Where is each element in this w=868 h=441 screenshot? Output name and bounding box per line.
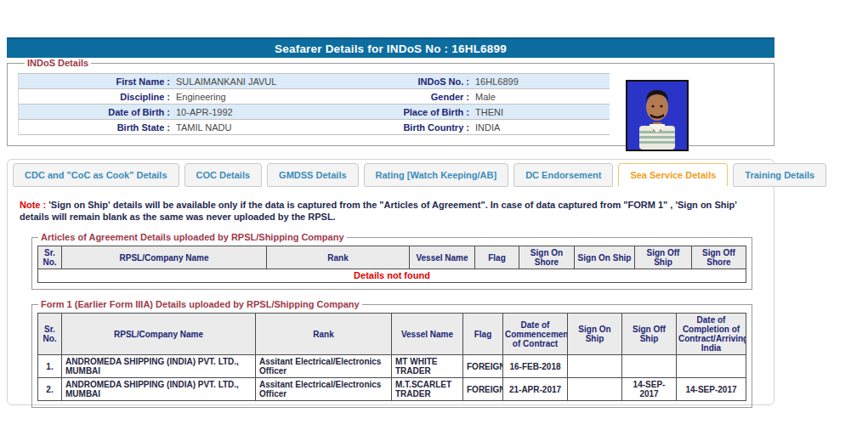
indos-detail-row: Date of Birth :10-APR-1992Place of Birth…: [18, 105, 610, 120]
indos-detail-row: First Name :SULAIMANKANI JAVULINDoS No. …: [18, 74, 610, 89]
tab-rating-watch-keeping-ab[interactable]: Rating [Watch Keeping/AB]: [364, 163, 509, 187]
column-header: RPSL/Company Name: [62, 246, 267, 269]
articles-of-agreement-table: Sr. No.RPSL/Company NameRankVessel NameF…: [37, 246, 746, 283]
field-value: Male: [469, 92, 610, 102]
indos-detail-row: Discipline :EngineeringGender :Male: [18, 89, 610, 105]
table-cell: Assitant Electrical/Electronics Officer: [256, 378, 392, 401]
table-cell: [677, 355, 746, 378]
table-cell: [568, 355, 622, 378]
note-body: 'Sign on Ship' details will be available…: [20, 200, 737, 222]
column-header: Date of Completion of Contract/Arriving …: [677, 314, 746, 355]
column-header: Sign Off Ship: [622, 314, 677, 355]
column-header: Sign On Ship: [568, 314, 622, 355]
tab-panel: CDC and "CoC as Cook" DetailsCOC Details…: [7, 159, 774, 405]
form1-table: Sr. No.RPSL/Company NameRankVessel NameF…: [37, 313, 746, 401]
tab-strip: CDC and "CoC as Cook" DetailsCOC Details…: [8, 160, 774, 187]
column-header: Sign Off Shore: [692, 246, 746, 269]
table-cell: 21-APR-2017: [503, 378, 568, 401]
column-header: RPSL/Company Name: [62, 314, 256, 355]
column-header: Sign Off Ship: [635, 246, 692, 269]
table-cell: MT WHITE TRADER: [392, 355, 463, 378]
field-value: Engineering: [170, 92, 362, 102]
form1-legend: Form 1 (Earlier Form IIIA) Details uploa…: [38, 299, 362, 309]
table-cell: 14-SEP-2017: [622, 378, 677, 401]
field-value: 16HL6899: [469, 76, 610, 87]
column-header: Date of Commencement of Contract: [503, 314, 568, 355]
table-cell: 16-FEB-2018: [503, 355, 568, 378]
tab-cdc-and-coc-as-cook-details[interactable]: CDC and "CoC as Cook" Details: [13, 163, 179, 187]
indos-details-grid: First Name :SULAIMANKANI JAVULINDoS No. …: [18, 73, 610, 135]
table-cell: M.T.SCARLET TRADER: [392, 378, 463, 401]
field-value: SULAIMANKANI JAVUL: [170, 76, 362, 87]
column-header: Sign On Ship: [575, 246, 635, 269]
field-label: Birth State :: [19, 122, 170, 133]
column-header: Rank: [267, 246, 410, 269]
field-value: INDIA: [469, 122, 610, 133]
indos-details-legend: INDoS Details: [25, 58, 91, 68]
field-label: Discipline :: [19, 92, 170, 102]
table-cell: ANDROMEDA SHIPPING (INDIA) PVT. LTD., MU…: [62, 355, 256, 378]
tab-gmdss-details[interactable]: GMDSS Details: [267, 163, 358, 187]
field-value: THENI: [469, 107, 610, 117]
table-cell: 2.: [38, 378, 62, 401]
articles-of-agreement-section: Articles of Agreement Details uploaded b…: [31, 232, 752, 290]
field-label: Date of Birth :: [19, 107, 170, 117]
indos-detail-row: Birth State :TAMIL NADUBirth Country :IN…: [18, 120, 610, 135]
note-text: Note : 'Sign on Ship' details will be av…: [20, 199, 761, 223]
field-label: INDoS No. :: [362, 76, 469, 87]
note-label: Note :: [20, 200, 46, 210]
tab-training-details[interactable]: Training Details: [733, 163, 826, 187]
sea-service-tab-content: Note : 'Sign on Ship' details will be av…: [8, 187, 774, 408]
field-label: Birth Country :: [362, 122, 469, 133]
column-header: Rank: [256, 314, 392, 355]
details-not-found-message: Details not found: [38, 269, 746, 283]
table-cell: ANDROMEDA SHIPPING (INDIA) PVT. LTD., MU…: [62, 378, 256, 401]
seafarer-photo-image: [627, 82, 687, 150]
table-cell: FOREIGN: [463, 378, 503, 401]
table-cell: 14-SEP-2017: [677, 378, 746, 401]
field-label: First Name :: [19, 76, 170, 87]
field-value: TAMIL NADU: [170, 122, 362, 133]
column-header: Sr. No.: [38, 246, 62, 269]
tab-sea-service-details[interactable]: Sea Service Details: [618, 163, 728, 187]
articles-legend: Articles of Agreement Details uploaded b…: [38, 232, 347, 242]
tab-coc-details[interactable]: COC Details: [184, 163, 263, 187]
column-header: Sign On Shore: [519, 246, 575, 269]
page-title: Seafarer Details for INDoS No : 16HL6899: [7, 37, 774, 58]
column-header: Vessel Name: [410, 246, 475, 269]
table-cell: 1.: [38, 355, 62, 378]
table-cell: Assitant Electrical/Electronics Officer: [256, 355, 392, 378]
column-header: Flag: [475, 246, 519, 269]
table-cell: FOREIGN: [463, 355, 503, 378]
column-header: Flag: [463, 314, 503, 355]
field-label: Place of Birth :: [362, 107, 469, 117]
tab-dc-endorsement[interactable]: DC Endorsement: [513, 163, 613, 187]
seafarer-details-page: Seafarer Details for INDoS No : 16HL6899…: [7, 37, 774, 405]
table-row: 1.ANDROMEDA SHIPPING (INDIA) PVT. LTD., …: [38, 355, 746, 378]
field-value: 10-APR-1992: [170, 107, 362, 117]
table-cell: [622, 355, 677, 378]
table-cell: [568, 378, 622, 401]
column-header: Vessel Name: [392, 314, 463, 355]
seafarer-photo: [626, 80, 689, 151]
form1-section: Form 1 (Earlier Form IIIA) Details uploa…: [31, 299, 752, 408]
empty-row: Details not found: [38, 269, 746, 283]
column-header: Sr. No.: [38, 314, 62, 355]
indos-details-section: INDoS Details First Name :SULAIMANKANI J…: [7, 58, 774, 146]
table-row: 2.ANDROMEDA SHIPPING (INDIA) PVT. LTD., …: [38, 378, 746, 401]
field-label: Gender :: [362, 92, 469, 102]
